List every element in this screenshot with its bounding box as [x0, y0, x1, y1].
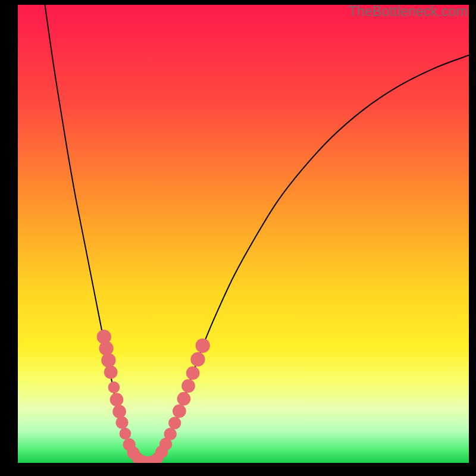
cluster-point [110, 393, 124, 406]
cluster-point [164, 428, 177, 440]
cluster-point [177, 392, 191, 406]
chart-svg [18, 5, 469, 463]
cluster-point [101, 353, 115, 367]
cluster-point [186, 367, 200, 380]
cluster-point [181, 379, 195, 393]
cluster-point [173, 405, 186, 418]
watermark-label: TheBottleneck.com [349, 4, 468, 20]
chart-frame [18, 5, 469, 463]
cluster-point [115, 416, 128, 429]
gradient-background [18, 5, 469, 463]
cluster-point [99, 341, 113, 355]
cluster-point [120, 428, 131, 440]
cluster-point [112, 405, 126, 418]
cluster-point [108, 381, 120, 393]
cluster-point [168, 416, 181, 429]
cluster-point [196, 339, 210, 353]
cluster-point [190, 352, 205, 367]
cluster-point [104, 365, 118, 379]
